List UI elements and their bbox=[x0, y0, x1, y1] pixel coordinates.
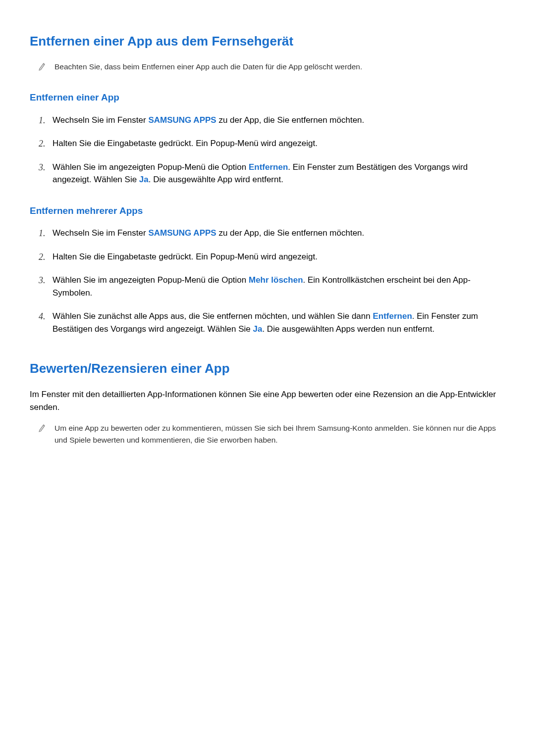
list-item: Wechseln Sie im Fenster SAMSUNG APPS zu … bbox=[39, 227, 505, 240]
step-text: Wechseln Sie im Fenster SAMSUNG APPS zu … bbox=[53, 228, 364, 238]
ui-term-entfernen: Entfernen bbox=[249, 162, 288, 172]
section-title-rate-app: Bewerten/Rezensieren einer App bbox=[30, 359, 505, 378]
steps-remove-one: Wechseln Sie im Fenster SAMSUNG APPS zu … bbox=[39, 114, 505, 186]
intro-text-rate: Im Fenster mit den detaillierten App-Inf… bbox=[30, 388, 505, 413]
steps-remove-many: Wechseln Sie im Fenster SAMSUNG APPS zu … bbox=[39, 227, 505, 335]
text-fragment: Wechseln Sie im Fenster bbox=[53, 115, 148, 125]
note-text-1: Beachten Sie, dass beim Entfernen einer … bbox=[54, 61, 362, 73]
step-text: Wählen Sie zunächst alle Apps aus, die S… bbox=[53, 311, 478, 334]
note-block-1: Beachten Sie, dass beim Entfernen einer … bbox=[39, 61, 505, 73]
list-item: Wählen Sie im angezeigten Popup-Menü die… bbox=[39, 274, 505, 299]
text-fragment: zu der App, die Sie entfernen möchten. bbox=[216, 115, 365, 125]
list-item: Halten Sie die Eingabetaste gedrückt. Ei… bbox=[39, 251, 505, 263]
ui-term-mehr-loeschen: Mehr löschen bbox=[249, 275, 303, 285]
ui-term-samsung-apps: SAMSUNG APPS bbox=[148, 115, 216, 125]
ui-term-samsung-apps: SAMSUNG APPS bbox=[148, 228, 216, 238]
ui-term-ja: Ja bbox=[253, 324, 262, 334]
note-block-2: Um eine App zu bewerten oder zu kommenti… bbox=[39, 422, 505, 446]
subsection-title-remove-many: Entfernen mehrerer Apps bbox=[30, 204, 505, 218]
step-text: Halten Sie die Eingabetaste gedrückt. Ei… bbox=[53, 252, 318, 261]
pencil-note-icon bbox=[39, 423, 46, 432]
step-text: Wählen Sie im angezeigten Popup-Menü die… bbox=[53, 275, 471, 298]
list-item: Wählen Sie zunächst alle Apps aus, die S… bbox=[39, 310, 505, 335]
ui-term-entfernen: Entfernen bbox=[373, 311, 412, 321]
text-fragment: Wechseln Sie im Fenster bbox=[53, 228, 148, 238]
step-text: Wechseln Sie im Fenster SAMSUNG APPS zu … bbox=[53, 115, 364, 125]
pencil-note-icon bbox=[39, 62, 46, 71]
subsection-title-remove-one: Entfernen einer App bbox=[30, 91, 505, 105]
step-text: Wählen Sie im angezeigten Popup-Menü die… bbox=[53, 162, 468, 185]
text-fragment: Wählen Sie im angezeigten Popup-Menü die… bbox=[53, 275, 249, 285]
section-title-remove-app: Entfernen einer App aus dem Fernsehgerät bbox=[30, 32, 505, 51]
list-item: Halten Sie die Eingabetaste gedrückt. Ei… bbox=[39, 137, 505, 150]
text-fragment: Wählen Sie zunächst alle Apps aus, die S… bbox=[53, 311, 373, 321]
note-text-2: Um eine App zu bewerten oder zu kommenti… bbox=[54, 422, 505, 446]
list-item: Wechseln Sie im Fenster SAMSUNG APPS zu … bbox=[39, 114, 505, 127]
ui-term-ja: Ja bbox=[139, 175, 149, 184]
text-fragment: zu der App, die Sie entfernen möchten. bbox=[216, 228, 365, 238]
list-item: Wählen Sie im angezeigten Popup-Menü die… bbox=[39, 161, 505, 186]
text-fragment: Wählen Sie im angezeigten Popup-Menü die… bbox=[53, 162, 249, 172]
text-fragment: . Die ausgewählten Apps werden nun entfe… bbox=[262, 324, 434, 334]
text-fragment: . Die ausgewählte App wird entfernt. bbox=[149, 175, 283, 184]
step-text: Halten Sie die Eingabetaste gedrückt. Ei… bbox=[53, 139, 318, 148]
